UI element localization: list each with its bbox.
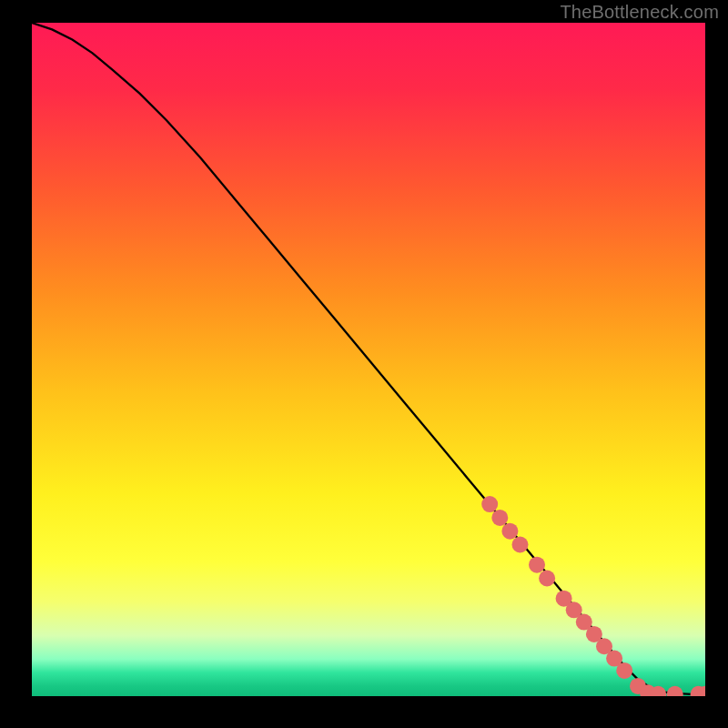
marker-dot <box>501 523 518 540</box>
highlight-dots <box>481 496 705 696</box>
plot-area <box>32 23 705 696</box>
marker-dot <box>481 496 498 512</box>
marker-dot <box>529 557 545 573</box>
marker-dot <box>491 510 508 526</box>
chart-canvas: TheBottleneck.com <box>0 0 728 728</box>
marker-dot <box>616 662 632 679</box>
bottleneck-curve <box>32 23 705 694</box>
marker-dot <box>512 537 529 553</box>
marker-dot <box>539 571 555 587</box>
watermark-text: TheBottleneck.com <box>560 2 719 23</box>
curve-layer <box>32 23 705 696</box>
marker-dot <box>667 686 683 696</box>
